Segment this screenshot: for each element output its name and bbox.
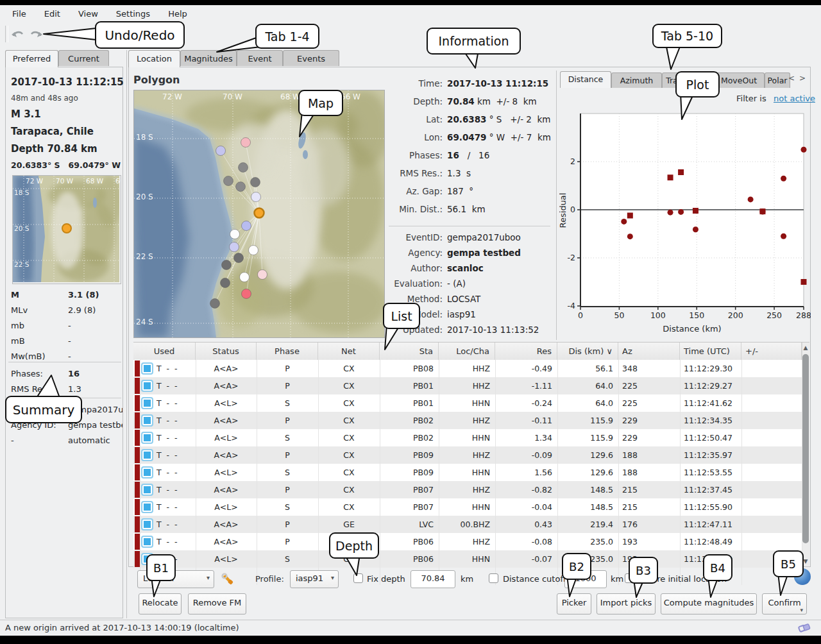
column-header-status[interactable]: Status (196, 343, 257, 360)
used-checkbox[interactable] (142, 468, 152, 477)
used-checkbox[interactable] (142, 398, 152, 408)
residual-point[interactable] (627, 233, 633, 239)
plot-tabs-next-button[interactable]: > (799, 74, 808, 85)
residual-point[interactable] (678, 169, 684, 175)
used-checkbox[interactable] (142, 485, 152, 495)
menu-view[interactable]: View (70, 8, 106, 20)
residual-point[interactable] (759, 208, 765, 214)
used-checkbox[interactable] (142, 520, 152, 529)
station-marker[interactable] (240, 273, 250, 282)
tab-location[interactable]: Location (128, 50, 180, 67)
menu-settings[interactable]: Settings (108, 8, 158, 20)
residual-point[interactable] (748, 196, 754, 202)
residual-point[interactable] (693, 208, 698, 214)
column-header-az[interactable]: Az (618, 343, 680, 360)
residual-point[interactable] (627, 213, 633, 219)
table-row[interactable]: T - -A<A>PGELVC00.BHZ0.43219.417611:12:4… (133, 516, 802, 533)
column-header--[interactable]: +/- (741, 343, 802, 360)
table-row[interactable]: T - -A<L>SCXPB01HHN-0.2464.022511:12:41.… (133, 394, 802, 412)
station-marker[interactable] (210, 299, 220, 309)
tab-preferred[interactable]: Preferred (5, 50, 58, 67)
menu-file[interactable]: File (4, 8, 35, 20)
tab-events[interactable]: Events (283, 50, 339, 66)
column-header-phase[interactable]: Phase (257, 343, 318, 360)
station-marker[interactable] (251, 192, 261, 202)
epicenter-marker[interactable] (255, 208, 264, 218)
menu-help[interactable]: Help (160, 8, 196, 20)
tab-magnitudes[interactable]: Magnitudes (180, 50, 237, 66)
table-row[interactable]: T - -A<L>SCXPB06HHN-0.07235.019311:13:12… (133, 550, 802, 568)
used-checkbox[interactable] (142, 450, 152, 460)
tab-event[interactable]: Event (237, 50, 283, 66)
used-checkbox[interactable] (142, 433, 152, 443)
residual-plot[interactable]: 05010015020025028820-2-4Distance (km)Res… (559, 106, 811, 338)
menu-edit[interactable]: Edit (36, 8, 69, 20)
station-marker[interactable] (239, 163, 248, 173)
station-marker[interactable] (234, 253, 244, 263)
column-header-used[interactable]: Used (133, 343, 196, 360)
confirm-button[interactable]: Confirm ▾ (762, 593, 807, 614)
undo-button[interactable] (10, 27, 26, 41)
used-checkbox[interactable] (142, 381, 152, 391)
import-picks-button[interactable]: Import picks (597, 593, 656, 614)
tab-current[interactable]: Current (58, 50, 109, 66)
station-marker[interactable] (249, 246, 258, 255)
table-row[interactable]: T - -A<A>PCXPB08HHZ-0.4956.134811:12:29.… (133, 360, 802, 377)
compute-magnitudes-button[interactable]: Compute magnitudes (661, 593, 757, 614)
filter-toggle-link[interactable]: not active (774, 94, 815, 103)
residual-point[interactable] (781, 233, 786, 239)
residual-point[interactable] (781, 176, 786, 182)
residual-point[interactable] (801, 147, 807, 153)
table-row[interactable]: T - -A<A>PCXPB09HHZ-0.09129.618811:12:35… (133, 446, 802, 464)
station-marker[interactable] (216, 146, 226, 156)
used-checkbox[interactable] (142, 502, 152, 512)
location-map[interactable]: 72 W70 W68 W66 W18 S20 S22 S24 S (133, 90, 385, 338)
column-header-dis-km-[interactable]: Dis (km) ∨ (557, 343, 618, 360)
station-marker[interactable] (241, 138, 251, 148)
column-header-time-utc-[interactable]: Time (UTC) (680, 343, 741, 360)
column-header-net[interactable]: Net (318, 343, 380, 360)
toolbar-drag-handle[interactable] (5, 26, 8, 42)
station-marker[interactable] (222, 260, 232, 270)
picker-button[interactable]: Picker (557, 593, 591, 614)
redo-button[interactable] (28, 27, 44, 41)
station-marker[interactable] (258, 270, 267, 280)
table-row[interactable]: T - -A<L>SCXPB07HHN-0.04148.521511:12:55… (133, 498, 802, 516)
used-checkbox[interactable] (142, 364, 152, 373)
remove-fm-button[interactable]: Remove FM (188, 593, 246, 614)
station-marker[interactable] (236, 182, 246, 192)
column-header-loc-cha[interactable]: Loc/Cha (439, 343, 495, 360)
plot-tab-azimuth[interactable]: Azimuth (611, 72, 662, 88)
station-marker[interactable] (224, 176, 233, 186)
table-row[interactable]: T - -A<A>PCXPB06HHZ-0.08235.019311:12:48… (133, 533, 802, 550)
table-scrollbar-thumb[interactable] (802, 354, 809, 543)
column-header-res[interactable]: Res (495, 343, 557, 360)
table-row[interactable]: T - -A<L>SCXPB09HHN1.56129.618811:12:53.… (133, 464, 802, 481)
table-row[interactable]: T - -A<L>SCXPB02HHN1.34115.922911:12:50.… (133, 429, 802, 446)
table-row[interactable]: T - -A<A>PCXPB07HHZ-0.82148.521511:12:37… (133, 481, 802, 498)
residual-point[interactable] (693, 226, 698, 232)
residual-point[interactable] (668, 174, 673, 180)
panel-splitter[interactable] (126, 50, 127, 618)
station-marker[interactable] (230, 230, 240, 239)
plot-tab-polar[interactable]: Polar (765, 72, 790, 88)
scroll-up-arrow[interactable]: ▲ (802, 343, 809, 352)
station-marker[interactable] (242, 221, 251, 231)
plot-tabs-prev-button[interactable]: < (788, 74, 797, 85)
station-marker[interactable] (221, 278, 230, 288)
station-marker[interactable] (242, 289, 251, 299)
residual-point[interactable] (668, 210, 673, 216)
table-row[interactable]: T - -A<A>PCXPB01HHZ-1.1164.022511:12:29.… (133, 377, 802, 394)
plot-tab-moveout[interactable]: MoveOut (713, 72, 765, 88)
used-checkbox[interactable] (142, 537, 152, 547)
plot-tab-distance[interactable]: Distance (560, 71, 611, 88)
depth-input[interactable]: 70.84 (410, 570, 455, 588)
fix-depth-checkbox[interactable] (353, 573, 363, 583)
used-checkbox[interactable] (142, 416, 152, 425)
profile-select[interactable]: iasp91▾ (290, 570, 339, 588)
table-row[interactable]: T - -A<A>PCXPB02HHZ-0.11115.922911:12:34… (133, 412, 802, 429)
residual-point[interactable] (621, 219, 627, 225)
station-marker[interactable] (230, 242, 239, 252)
residual-point[interactable] (801, 279, 807, 285)
relocate-button[interactable]: Relocate (139, 593, 182, 614)
